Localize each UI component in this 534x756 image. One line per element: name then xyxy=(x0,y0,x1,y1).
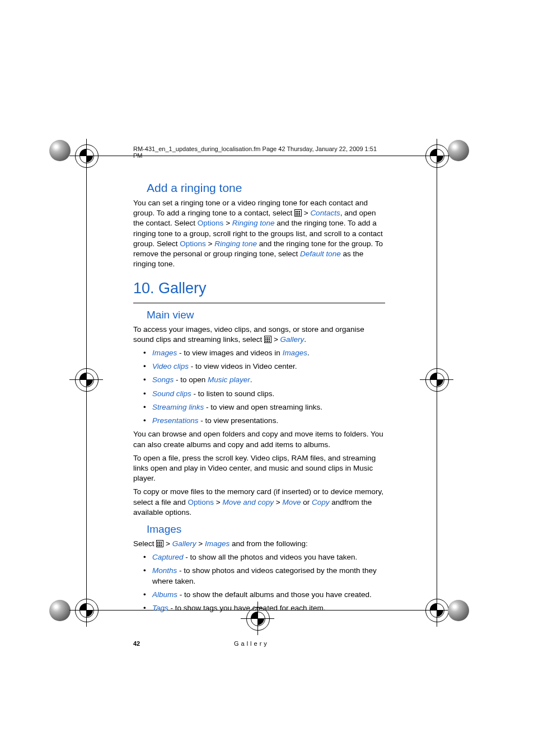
mark-ball xyxy=(448,600,469,621)
mark-ball xyxy=(49,600,71,621)
section-heading-images: Images xyxy=(147,523,385,536)
list-item: Tags - to show tags you have created for… xyxy=(152,603,385,613)
text: - to view videos in Video center. xyxy=(189,362,297,370)
ui-move: Move xyxy=(283,498,301,506)
footer-title: Gallery xyxy=(234,640,269,647)
text: Select xyxy=(133,539,156,548)
menu-icon xyxy=(294,209,302,217)
ui-ringing-tone: Ringing tone xyxy=(214,240,257,248)
text: or xyxy=(301,498,312,506)
chapter-heading: 10. Gallery xyxy=(133,280,385,297)
link: Music player xyxy=(208,375,250,384)
body-text: To copy or move files to the memory card… xyxy=(133,487,385,518)
text: To access your images, video clips, and … xyxy=(133,325,364,344)
link-contacts: Contacts xyxy=(310,209,340,217)
page-number: 42 xyxy=(133,640,140,647)
sep-gt: > xyxy=(198,539,203,548)
term: Video clips xyxy=(152,362,189,370)
ui-move-and-copy: Move and copy xyxy=(223,498,274,506)
text: - to view images and videos in xyxy=(177,349,282,357)
mark-reticle xyxy=(420,363,453,396)
ui-options: Options xyxy=(198,219,224,227)
term: Images xyxy=(152,349,177,357)
link: Images xyxy=(283,349,307,357)
term: Sound clips xyxy=(152,389,191,398)
term: Streaming links xyxy=(152,403,204,411)
link-gallery: Gallery xyxy=(280,335,305,344)
text: - to show the default albums and those y… xyxy=(177,590,372,599)
ui-options: Options xyxy=(180,240,206,248)
sep-gt: > xyxy=(274,335,278,344)
link-images: Images xyxy=(205,539,229,548)
text: - to view and open streaming links. xyxy=(204,403,322,411)
bullet-list-images: Captured - to show all the photos and vi… xyxy=(133,552,385,613)
sep-gt: > xyxy=(276,498,280,506)
text: - to show all the photos and videos you … xyxy=(184,553,358,561)
list-item: Months - to show photos and videos categ… xyxy=(152,566,385,586)
term: Months xyxy=(152,566,177,575)
ui-copy: Copy xyxy=(312,498,330,506)
page-footer: 42 Gallery xyxy=(133,640,385,647)
text: - to show tags you have created for each… xyxy=(168,604,326,612)
mark-ball xyxy=(448,140,469,161)
section-heading-main-view: Main view xyxy=(147,309,385,321)
sep-gt: > xyxy=(208,240,213,248)
mark-ball xyxy=(49,140,71,161)
list-item: Songs - to open Music player. xyxy=(152,375,385,385)
text: - to show photos and videos categorised … xyxy=(152,566,377,585)
list-item: Images - to view images and videos in Im… xyxy=(152,348,385,358)
list-item: Albums - to show the default albums and … xyxy=(152,590,385,600)
chapter-rule xyxy=(133,303,385,303)
text: - to view presentations. xyxy=(199,416,279,425)
body-text: To access your images, video clips, and … xyxy=(133,325,385,345)
link-gallery: Gallery xyxy=(172,539,196,548)
text: . xyxy=(250,375,252,384)
body-text: You can browse and open folders and copy… xyxy=(133,429,385,449)
body-text: To open a file, press the scroll key. Vi… xyxy=(133,453,385,484)
sep-gt: > xyxy=(166,539,170,548)
ui-ringing-tone: Ringing tone xyxy=(232,219,275,227)
text: . xyxy=(304,335,306,344)
menu-icon xyxy=(264,336,271,343)
ui-options: Options xyxy=(188,498,214,506)
ui-default-tone: Default tone xyxy=(300,250,341,258)
list-item: Video clips - to view videos in Video ce… xyxy=(152,361,385,372)
list-item: Streaming links - to view and open strea… xyxy=(152,402,385,412)
text: - to listen to sound clips. xyxy=(191,389,275,398)
text: . xyxy=(307,349,310,357)
text: - to open xyxy=(174,375,208,384)
text: and from the following: xyxy=(229,539,308,548)
term: Presentations xyxy=(152,416,199,425)
term: Tags xyxy=(152,604,168,612)
list-item: Captured - to show all the photos and vi… xyxy=(152,552,385,562)
body-text: Select > Gallery > Images and from the f… xyxy=(133,539,385,549)
sep-gt: > xyxy=(226,219,230,227)
term: Captured xyxy=(152,553,184,561)
list-item: Sound clips - to listen to sound clips. xyxy=(152,389,385,399)
sep-gt: > xyxy=(304,209,308,217)
body-text: You can set a ringing tone or a video ri… xyxy=(133,198,385,270)
mark-reticle xyxy=(69,363,103,396)
document-header: RM-431_en_1_updates_during_localisation.… xyxy=(133,145,385,159)
term: Albums xyxy=(152,590,177,599)
term: Songs xyxy=(152,375,174,384)
sep-gt: > xyxy=(216,498,221,506)
bullet-list-main: Images - to view images and videos in Im… xyxy=(133,348,385,426)
list-item: Presentations - to view presentations. xyxy=(152,416,385,426)
menu-icon xyxy=(156,540,163,547)
section-heading-ringing: Add a ringing tone xyxy=(147,181,385,195)
